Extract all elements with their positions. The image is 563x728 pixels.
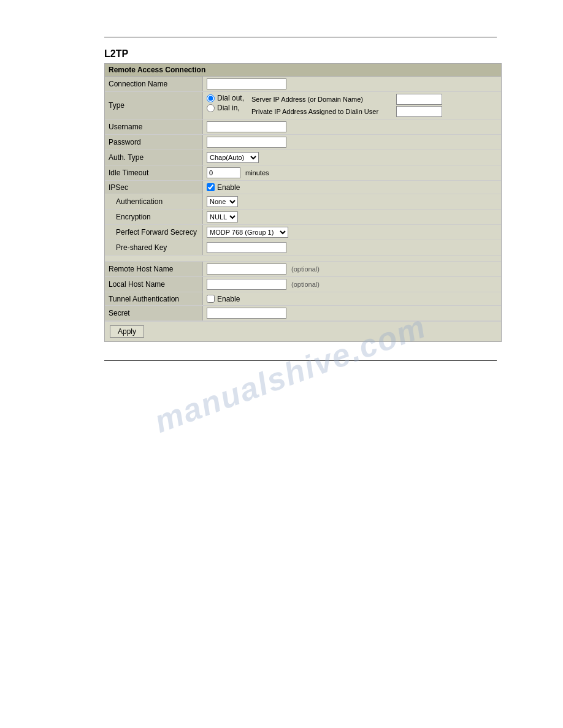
password-input[interactable]: [207, 137, 286, 148]
apply-button[interactable]: Apply: [110, 325, 144, 338]
private-ip-label: Private IP Address Assigned to Dialin Us…: [251, 108, 393, 115]
local-host-row: Local Host Name (optional): [105, 277, 501, 292]
server-ip-input[interactable]: [396, 94, 442, 105]
connection-name-value: [203, 77, 501, 91]
type-row: Type Dial out, Dial in, Server IP Addres…: [105, 92, 501, 119]
authentication-label: Authentication: [105, 194, 203, 209]
dial-in-label: Dial in,: [217, 104, 240, 112]
spacer-row: [105, 256, 501, 262]
tunnel-auth-checkbox[interactable]: [207, 295, 215, 303]
encryption-label: Encryption: [105, 210, 203, 224]
tunnel-auth-value: Enable: [203, 293, 501, 305]
secret-input[interactable]: [207, 308, 286, 319]
pfs-label: Perfect Forward Secrecy: [105, 225, 203, 240]
remote-host-label: Remote Host Name: [105, 262, 203, 276]
psk-value: [203, 240, 501, 255]
authentication-row: Authentication None MD5 SHA1: [105, 194, 501, 210]
pfs-value: MODP 768 (Group 1) MODP 1024 (Group 2) M…: [203, 225, 501, 240]
auth-type-label: Auth. Type: [105, 150, 203, 165]
psk-row: Pre-shared Key: [105, 240, 501, 256]
idle-timeout-value: minutes: [203, 165, 501, 180]
secret-value: [203, 306, 501, 320]
encryption-select[interactable]: NULL DES 3DES AES: [207, 211, 238, 222]
password-label: Password: [105, 135, 203, 150]
type-radio-group: Dial out, Dial in,: [203, 92, 248, 119]
private-ip-row: Private IP Address Assigned to Dialin Us…: [251, 106, 497, 117]
remote-host-row: Remote Host Name (optional): [105, 262, 501, 277]
encryption-row: Encryption NULL DES 3DES AES: [105, 210, 501, 225]
type-right-section: Server IP Address (or Domain Name) Priva…: [248, 92, 501, 119]
secret-label: Secret: [105, 306, 203, 320]
minutes-label: minutes: [245, 169, 269, 176]
pfs-row: Perfect Forward Secrecy MODP 768 (Group …: [105, 225, 501, 240]
tunnel-auth-row: Tunnel Authentication Enable: [105, 292, 501, 306]
server-ip-row: Server IP Address (or Domain Name): [251, 94, 497, 105]
form-container: Remote Access Connection Connection Name…: [104, 63, 502, 342]
tunnel-auth-enable-label: Enable: [217, 295, 240, 303]
ipsec-enable-checkbox[interactable]: [207, 183, 215, 191]
local-host-value: (optional): [203, 277, 501, 292]
auth-type-row: Auth. Type Chap(Auto) PAP CHAP MS-CHAPv2: [105, 150, 501, 165]
remote-host-optional: (optional): [291, 265, 320, 273]
idle-timeout-input[interactable]: [207, 167, 240, 178]
encryption-value: NULL DES 3DES AES: [203, 210, 501, 224]
auth-type-select[interactable]: Chap(Auto) PAP CHAP MS-CHAPv2: [207, 152, 259, 163]
username-row: Username: [105, 119, 501, 135]
dial-in-radio[interactable]: [207, 104, 215, 112]
password-value: [203, 135, 501, 150]
connection-name-label: Connection Name: [105, 77, 203, 91]
username-value: [203, 119, 501, 134]
type-label: Type: [105, 92, 203, 119]
remote-host-value: (optional): [203, 262, 501, 276]
username-input[interactable]: [207, 121, 286, 132]
apply-row: Apply: [105, 321, 501, 341]
idle-timeout-row: Idle Timeout minutes: [105, 165, 501, 181]
ipsec-row: IPSec Enable: [105, 181, 501, 194]
secret-row: Secret: [105, 306, 501, 321]
remote-host-input[interactable]: [207, 264, 286, 275]
private-ip-input[interactable]: [396, 106, 442, 117]
page-title: L2TP: [104, 48, 503, 59]
password-row: Password: [105, 135, 501, 150]
username-label: Username: [105, 119, 203, 134]
section-header: Remote Access Connection: [105, 64, 501, 77]
ipsec-label: IPSec: [105, 181, 203, 194]
ipsec-value: Enable: [203, 181, 501, 194]
dial-out-row: Dial out,: [207, 94, 244, 102]
authentication-value: None MD5 SHA1: [203, 194, 501, 209]
dial-out-label: Dial out,: [217, 94, 244, 102]
pfs-select[interactable]: MODP 768 (Group 1) MODP 1024 (Group 2) M…: [207, 227, 288, 238]
psk-label: Pre-shared Key: [105, 240, 203, 255]
dial-in-row: Dial in,: [207, 104, 244, 112]
psk-input[interactable]: [207, 242, 286, 253]
dial-out-radio[interactable]: [207, 94, 215, 102]
connection-name-input[interactable]: [207, 78, 286, 89]
idle-timeout-label: Idle Timeout: [105, 165, 203, 180]
local-host-optional: (optional): [291, 281, 320, 288]
server-ip-label: Server IP Address (or Domain Name): [251, 96, 393, 103]
connection-name-row: Connection Name: [105, 77, 501, 92]
local-host-input[interactable]: [207, 279, 286, 290]
local-host-label: Local Host Name: [105, 277, 203, 292]
auth-type-value: Chap(Auto) PAP CHAP MS-CHAPv2: [203, 150, 501, 165]
authentication-select[interactable]: None MD5 SHA1: [207, 196, 238, 207]
ipsec-enable-label: Enable: [217, 183, 240, 192]
tunnel-auth-label: Tunnel Authentication: [105, 292, 203, 305]
